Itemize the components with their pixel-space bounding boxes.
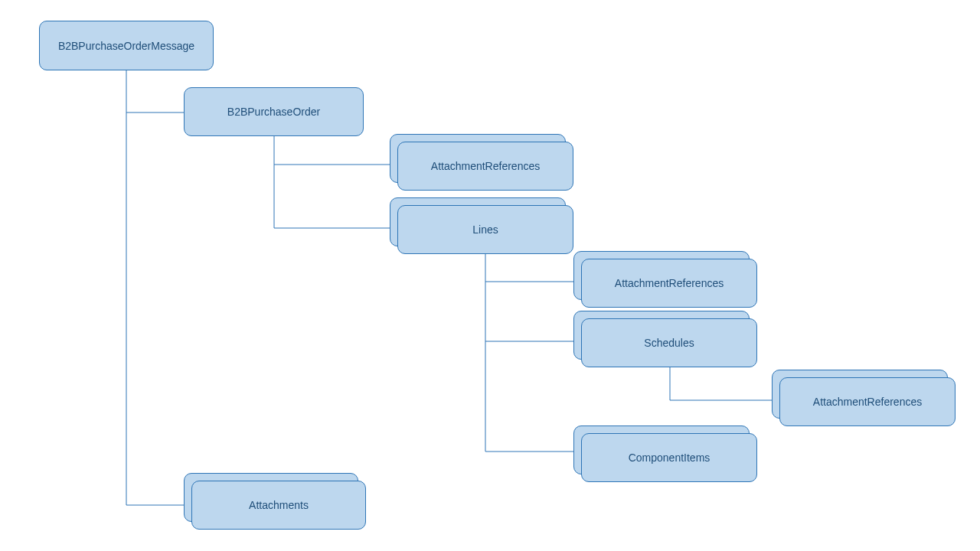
node-label: AttachmentReferences (813, 396, 922, 408)
node-label: AttachmentReferences (615, 277, 724, 289)
node-label: Attachments (249, 499, 309, 511)
node-attachment-references-order: AttachmentReferences (397, 142, 573, 191)
node-label: Schedules (644, 337, 694, 349)
node-component-items: ComponentItems (581, 433, 757, 482)
node-label: AttachmentReferences (431, 160, 540, 172)
node-attachment-references-schedules: AttachmentReferences (779, 377, 956, 426)
node-attachments: Attachments (191, 481, 366, 530)
node-label: B2BPurchaseOrderMessage (58, 40, 194, 52)
node-label: Lines (472, 223, 498, 236)
node-schedules: Schedules (581, 318, 757, 367)
node-attachment-references-lines: AttachmentReferences (581, 259, 757, 308)
node-b2b-purchase-order-message: B2BPurchaseOrderMessage (39, 21, 214, 70)
connector-lines (0, 0, 980, 551)
node-lines: Lines (397, 205, 573, 254)
node-label: ComponentItems (629, 452, 710, 464)
node-b2b-purchase-order: B2BPurchaseOrder (184, 87, 364, 136)
node-label: B2BPurchaseOrder (227, 106, 320, 118)
